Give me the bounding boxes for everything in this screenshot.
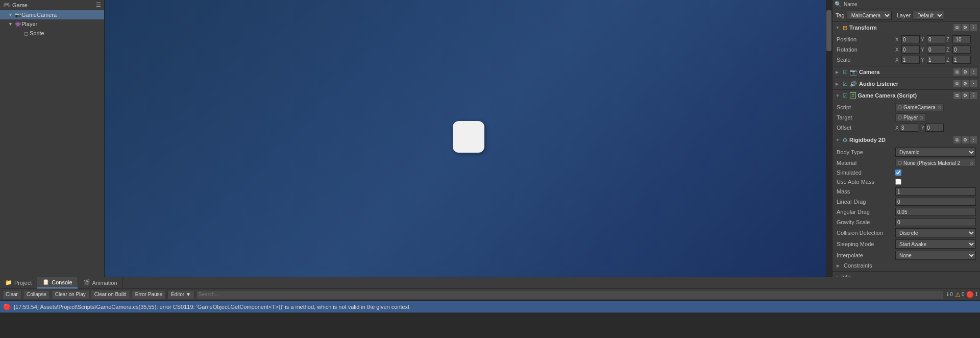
scrollbar-vertical[interactable]: [826, 0, 832, 277]
hierarchy-item-sprite[interactable]: ◻ Sprite: [0, 29, 104, 38]
audio-settings-btn[interactable]: ⚙: [962, 80, 969, 87]
editor-dropdown-button[interactable]: Editor ▼: [167, 290, 194, 299]
rigidbody-copy-btn[interactable]: ⧉: [953, 136, 961, 143]
angular-drag-input[interactable]: [895, 208, 976, 216]
gamecamera-label: GameCamera: [21, 12, 57, 18]
constraints-expand-arrow[interactable]: ▶: [837, 263, 842, 268]
tab-console[interactable]: 📋 Console: [37, 277, 78, 288]
transform-menu-btn[interactable]: ⋮: [970, 24, 977, 31]
sprite-icon: ◻: [22, 30, 30, 37]
audio-icon: 🔊: [850, 81, 857, 87]
collision-detection-dropdown[interactable]: Discrete: [895, 228, 976, 237]
audio-btn-group: ⧉ ⚙ ⋮: [953, 80, 977, 87]
layer-dropdown[interactable]: Default: [913, 11, 944, 20]
scrollbar-thumb[interactable]: [826, 10, 831, 51]
console-content: 🔴 [17:59:54] Assets\Project\Scripts\Game…: [0, 301, 980, 338]
scale-y[interactable]: [927, 56, 945, 64]
scale-z[interactable]: [952, 56, 971, 64]
clear-on-play-button[interactable]: Clear on Play: [52, 290, 89, 299]
camera-expand-arrow[interactable]: ▶: [836, 70, 841, 75]
mass-input[interactable]: [895, 187, 976, 196]
rotation-y[interactable]: [927, 45, 945, 54]
hierarchy-title: 🎮 Game: [3, 2, 28, 8]
camera-menu-btn[interactable]: ⋮: [970, 68, 977, 76]
simulated-label: Simulated: [837, 170, 895, 176]
rigidbody-expand-arrow[interactable]: ▼: [836, 138, 841, 142]
transform-settings-btn[interactable]: ⚙: [962, 24, 969, 31]
transform-copy-btn[interactable]: ⧉: [953, 24, 961, 31]
script-btn-group: ⧉ ⚙ ⋮: [953, 92, 977, 99]
audio-listener-section: ▶ ☑ 🔊 Audio Listener ⧉ ⚙ ⋮: [832, 78, 980, 90]
gravity-scale-label: Gravity Scale: [837, 219, 895, 225]
error-count-icon: 🔴: [966, 291, 974, 298]
rigidbody2d-body: Body Type Dynamic Material None (Physics…: [832, 146, 980, 271]
simulated-checkbox[interactable]: [895, 170, 901, 176]
camera-section: ▶ ☑ 📷 Camera ⧉ ⚙ ⋮: [832, 66, 980, 78]
script-menu-btn[interactable]: ⋮: [970, 92, 977, 99]
player-sprite: [453, 121, 484, 153]
constraints-row: ▶ Constraints: [832, 261, 980, 270]
audio-copy-btn[interactable]: ⧉: [953, 80, 961, 87]
offset-x[interactable]: [900, 124, 918, 132]
console-icons: ℹ 0 ⚠ 0 🔴 1: [947, 291, 978, 298]
rigidbody-menu-btn[interactable]: ⋮: [970, 136, 977, 143]
camera-title: Camera: [859, 69, 951, 75]
script-copy-btn[interactable]: ⧉: [953, 92, 961, 99]
warn-count-icon: ⚠: [955, 291, 961, 298]
clear-on-build-button[interactable]: Clear on Build: [91, 290, 130, 299]
mass-row: Mass: [832, 186, 980, 197]
tab-animation[interactable]: 🎬 Animation: [78, 277, 123, 288]
rotation-z[interactable]: [952, 45, 971, 54]
camera-settings-btn[interactable]: ⚙: [962, 68, 969, 76]
offset-y[interactable]: [925, 124, 944, 132]
hierarchy-item-gamecamera[interactable]: ▼ 📷 GameCamera: [0, 10, 104, 19]
position-z[interactable]: [952, 35, 971, 43]
target-label: Target: [837, 114, 895, 120]
linear-drag-label: Linear Drag: [837, 199, 895, 205]
mass-label: Mass: [837, 188, 895, 195]
error-pause-button[interactable]: Error Pause: [132, 290, 166, 299]
tab-project[interactable]: 📁 Project: [0, 277, 37, 288]
position-label: Position: [837, 36, 895, 42]
audio-expand-arrow[interactable]: ▶: [836, 82, 841, 86]
rigidbody-settings-btn[interactable]: ⚙: [962, 136, 969, 143]
body-type-dropdown[interactable]: Dynamic: [895, 148, 976, 157]
script-expand-arrow[interactable]: ▼: [836, 93, 841, 98]
console-row-0[interactable]: 🔴 [17:59:54] Assets\Project\Scripts\Game…: [0, 301, 980, 313]
transform-expand-arrow[interactable]: ▼: [836, 26, 841, 30]
clear-button[interactable]: Clear: [2, 290, 21, 299]
error-row-msg: [17:59:54] Assets\Project\Scripts\GameCa…: [14, 304, 409, 310]
target-prop-row: Target Player ⊙: [832, 112, 980, 123]
console-search-input[interactable]: [196, 290, 943, 299]
material-row: Material None (Physics Material 2 ⊙: [832, 158, 980, 168]
gravity-scale-input[interactable]: [895, 218, 976, 226]
game-view: [105, 0, 832, 277]
inspector-panel: 🔍 Name Tag MainCamera Layer Default ▼ ⊞ …: [832, 0, 980, 277]
scale-label: Scale: [837, 57, 895, 63]
position-y[interactable]: [927, 35, 945, 43]
linear-drag-input[interactable]: [895, 198, 976, 206]
interpolate-dropdown[interactable]: None: [895, 251, 976, 260]
rotation-x[interactable]: [901, 45, 920, 54]
material-ref-dot: ⊙: [969, 160, 973, 166]
tag-dropdown[interactable]: MainCamera: [847, 11, 892, 20]
material-ref-circle: [898, 161, 902, 165]
hierarchy-menu-icon[interactable]: ☰: [96, 2, 101, 8]
warn-count: ⚠ 0: [955, 291, 965, 298]
sleeping-mode-dropdown[interactable]: Start Awake: [895, 239, 976, 249]
use-auto-mass-checkbox[interactable]: [895, 179, 901, 185]
material-label: Material: [837, 160, 895, 166]
position-x[interactable]: [901, 35, 920, 43]
game-camera-script-header: ▼ ☑ # Game Camera (Script) ⧉ ⚙ ⋮: [832, 90, 980, 101]
audio-menu-btn[interactable]: ⋮: [970, 80, 977, 87]
collapse-button[interactable]: Collapse: [23, 290, 50, 299]
scale-x[interactable]: [901, 56, 920, 64]
console-tab-label: Console: [52, 279, 72, 285]
script-prop-row: Script GameCamera ⊙: [832, 102, 980, 112]
offset-prop-row: Offset X Y: [832, 123, 980, 133]
hierarchy-item-player[interactable]: ▼ 👾 Player: [0, 19, 104, 29]
script-settings-btn[interactable]: ⚙: [962, 92, 969, 99]
info-count-value: 0: [950, 292, 953, 297]
camera-copy-btn[interactable]: ⧉: [953, 68, 961, 76]
game-camera-script-section: ▼ ☑ # Game Camera (Script) ⧉ ⚙ ⋮ Script …: [832, 90, 980, 134]
